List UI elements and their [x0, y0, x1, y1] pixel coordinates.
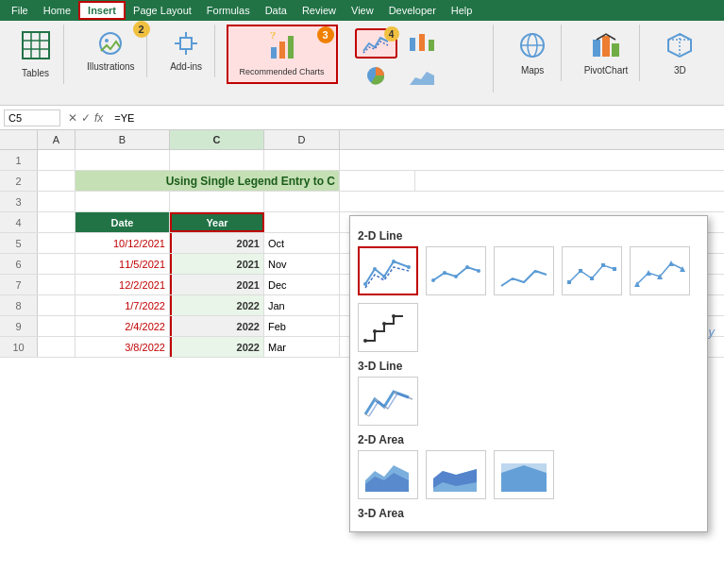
menu-insert[interactable]: Insert [78, 1, 126, 20]
cell-5d[interactable]: Oct [264, 233, 340, 253]
addins-button[interactable]: Add-ins [164, 28, 208, 74]
cell-4d[interactable] [264, 212, 340, 232]
menu-data[interactable]: Data [258, 3, 295, 18]
table-row: 1 [0, 150, 724, 171]
cell-7c[interactable]: 2021 [170, 275, 264, 294]
table-row: 3 [0, 192, 724, 212]
svg-rect-8 [271, 47, 277, 59]
formula-input[interactable] [110, 110, 720, 126]
cell-10b[interactable]: 3/8/2022 [76, 337, 170, 357]
menu-formulas[interactable]: Formulas [199, 3, 258, 18]
svg-rect-39 [613, 267, 616, 271]
cell-8c[interactable]: 2022 [170, 295, 264, 315]
cell-2d[interactable] [340, 171, 415, 191]
ribbon-group-maps: Maps [505, 25, 562, 81]
chart-row-3d-line [358, 377, 699, 426]
cell-6a[interactable] [38, 254, 76, 274]
cell-1a[interactable] [38, 150, 76, 170]
tables-button[interactable]: Tables [14, 28, 57, 80]
recommended-charts-button[interactable]: ? Recommended Charts 3 [234, 30, 330, 78]
illustrations-button[interactable]: Illustrations [81, 28, 141, 74]
3d-button[interactable]: 3D [659, 28, 701, 77]
cell-10d[interactable]: Mar [264, 337, 340, 357]
tables-icon [21, 30, 51, 66]
menu-developer[interactable]: Developer [381, 3, 444, 18]
chart-thumb-line-100[interactable] [494, 246, 554, 295]
cell-1b[interactable] [76, 150, 170, 170]
cell-3a[interactable] [38, 192, 76, 211]
chart-thumb-line-stepped[interactable] [358, 303, 418, 352]
cell-5b[interactable]: 10/12/2021 [76, 233, 170, 253]
cell-3d[interactable] [264, 192, 340, 211]
col-header-a[interactable]: A [38, 130, 76, 149]
chart-thumb-line-multi[interactable] [358, 246, 418, 295]
header-year[interactable]: Year [170, 212, 264, 232]
svg-point-27 [382, 275, 386, 278]
cell-10a[interactable] [38, 337, 76, 357]
cell-2b-title[interactable]: Using Single Legend Entry to C [76, 171, 340, 191]
svg-rect-9 [279, 42, 285, 59]
menu-review[interactable]: Review [295, 3, 344, 18]
section-title-2d-line: 2-D Line [358, 229, 699, 243]
cell-8a[interactable] [38, 295, 76, 315]
cell-6b[interactable]: 11/5/2021 [76, 254, 170, 274]
insert-function-icon[interactable]: fx [94, 111, 103, 125]
chart-thumb-line-marker[interactable] [562, 246, 622, 295]
menu-view[interactable]: View [344, 3, 381, 18]
cell-8b[interactable]: 1/7/2022 [76, 295, 170, 315]
cell-5a[interactable] [38, 233, 76, 253]
chart-thumb-line-marker2[interactable] [630, 246, 690, 295]
menu-help[interactable]: Help [444, 3, 480, 18]
cell-6c[interactable]: 2021 [170, 254, 264, 274]
cell-1d[interactable] [264, 150, 340, 170]
bar-chart-button[interactable] [401, 28, 444, 59]
cell-9d[interactable]: Feb [264, 316, 340, 336]
ribbon-group-charts: 4 [349, 25, 494, 92]
cell-3c[interactable] [170, 192, 264, 211]
cell-9a[interactable] [38, 316, 76, 336]
cell-6d[interactable]: Nov [264, 254, 340, 274]
3d-icon [665, 30, 695, 63]
cancel-formula-icon[interactable]: ✕ [68, 111, 77, 125]
col-header-c[interactable]: C [170, 130, 264, 149]
chart-thumb-area-stacked[interactable] [426, 450, 486, 499]
header-date[interactable]: Date [76, 212, 170, 232]
cell-9c[interactable]: 2022 [170, 316, 264, 336]
cell-7a[interactable] [38, 275, 76, 294]
pie-chart-button[interactable] [355, 62, 397, 89]
col-header-b[interactable]: B [76, 130, 170, 149]
menu-file[interactable]: File [4, 3, 36, 18]
cell-reference-box[interactable] [4, 109, 60, 126]
menu-pagelayout[interactable]: Page Layout [126, 3, 199, 18]
addins-icon [173, 30, 199, 59]
maps-button[interactable]: Maps [512, 28, 554, 77]
cell-5c[interactable]: 2021 [170, 233, 264, 253]
chart-thumb-area-filled[interactable] [494, 450, 554, 499]
cell-7b[interactable]: 12/2/2021 [76, 275, 170, 294]
cell-10c[interactable]: 2022 [170, 337, 264, 357]
svg-rect-38 [601, 263, 605, 267]
chart-row-2d-area [358, 450, 699, 499]
row-num-4: 4 [0, 212, 38, 232]
confirm-formula-icon[interactable]: ✓ [81, 111, 91, 125]
line-chart-button[interactable]: 4 [355, 28, 397, 59]
pivotchart-icon [591, 30, 621, 63]
chart-thumb-line-stacked[interactable] [426, 246, 486, 295]
cell-1c[interactable] [170, 150, 264, 170]
menu-home[interactable]: Home [36, 3, 78, 18]
cell-7d[interactable]: Dec [264, 275, 340, 294]
svg-point-31 [443, 271, 446, 275]
col-header-d[interactable]: D [264, 130, 340, 149]
cell-4a[interactable] [38, 212, 76, 232]
chart-thumb-3d-line[interactable] [358, 377, 418, 426]
cell-9b[interactable]: 2/4/2022 [76, 316, 170, 336]
cell-2a[interactable] [38, 171, 76, 191]
chart-thumb-area-basic[interactable] [358, 450, 418, 499]
pivotchart-button[interactable]: PivotChart [579, 28, 634, 77]
ribbon-group-recommended-charts: ? Recommended Charts 3 [227, 25, 338, 84]
cell-8d[interactable]: Jan [264, 295, 340, 315]
cell-3b[interactable] [76, 192, 170, 211]
svg-point-32 [454, 275, 458, 278]
area-chart-button[interactable] [401, 62, 444, 89]
maps-label: Maps [521, 65, 544, 76]
